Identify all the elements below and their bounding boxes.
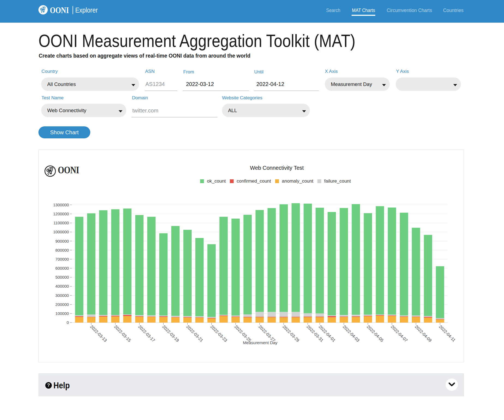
svg-text:2022-03-29: 2022-03-29 bbox=[282, 324, 300, 343]
svg-text:900000: 900000 bbox=[55, 239, 69, 243]
svg-text:2022-03-23: 2022-03-23 bbox=[209, 324, 228, 343]
svg-text:2022-04-11: 2022-04-11 bbox=[438, 324, 456, 342]
svg-text:700000: 700000 bbox=[55, 257, 69, 261]
svg-text:2022-03-15: 2022-03-15 bbox=[113, 324, 132, 343]
svg-text:800000: 800000 bbox=[55, 248, 69, 252]
svg-text:2022-04-05: 2022-04-05 bbox=[366, 324, 385, 343]
svg-text:2022-04-09: 2022-04-09 bbox=[414, 324, 433, 343]
svg-text:2022-03-19: 2022-03-19 bbox=[161, 324, 180, 343]
svg-text:2022-03-25: 2022-03-25 bbox=[234, 324, 252, 343]
svg-text:2022-04-07: 2022-04-07 bbox=[390, 324, 409, 343]
svg-text:100000: 100000 bbox=[55, 311, 69, 316]
svg-text:1200000: 1200000 bbox=[53, 212, 69, 216]
svg-text:2022-03-27: 2022-03-27 bbox=[258, 324, 276, 343]
svg-text:2022-04-03: 2022-04-03 bbox=[342, 324, 361, 343]
svg-text:Measurement Day: Measurement Day bbox=[243, 340, 278, 345]
svg-text:2022-03-17: 2022-03-17 bbox=[137, 324, 156, 343]
svg-text:300000: 300000 bbox=[55, 293, 69, 298]
svg-text:200000: 200000 bbox=[55, 302, 69, 307]
svg-text:1300000: 1300000 bbox=[53, 203, 69, 207]
svg-text:2022-03-21: 2022-03-21 bbox=[185, 324, 204, 343]
svg-text:1100000: 1100000 bbox=[53, 221, 69, 225]
svg-text:600000: 600000 bbox=[55, 266, 69, 270]
svg-text:0: 0 bbox=[67, 320, 69, 325]
svg-text:2022-03-13: 2022-03-13 bbox=[89, 324, 108, 343]
svg-text:1000000: 1000000 bbox=[53, 230, 69, 234]
svg-text:500000: 500000 bbox=[55, 275, 69, 279]
svg-text:400000: 400000 bbox=[55, 284, 69, 288]
